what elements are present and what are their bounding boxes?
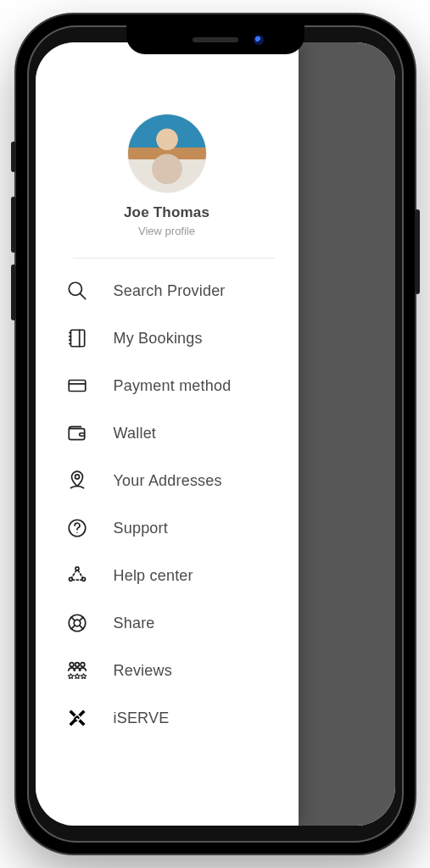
speaker-grille (193, 37, 238, 42)
user-name: Joe Thomas (124, 204, 209, 221)
menu-item-label: My Bookings (114, 330, 203, 348)
mute-switch (11, 142, 16, 172)
menu-item-iserve[interactable]: iSERVE (36, 694, 299, 742)
volume-up-button (11, 197, 16, 253)
svg-line-21 (79, 626, 82, 629)
menu-item-wallet[interactable]: Wallet (36, 409, 299, 457)
menu-item-search-provider[interactable]: Search Provider (36, 267, 299, 314)
view-profile-link[interactable]: View profile (138, 225, 195, 237)
svg-point-24 (81, 663, 85, 667)
menu-item-payment-method[interactable]: Payment method (36, 362, 299, 409)
svg-rect-2 (70, 330, 84, 347)
nodes-icon (64, 563, 90, 588)
menu-item-your-addresses[interactable]: Your Addresses (36, 457, 299, 504)
menu-item-label: Wallet (114, 425, 157, 442)
bookings-icon (64, 326, 90, 351)
people-icon (64, 658, 90, 683)
svg-line-19 (79, 617, 82, 620)
svg-rect-8 (69, 381, 86, 392)
profile-section[interactable]: Joe Thomas View profile (36, 114, 299, 237)
svg-point-23 (75, 663, 79, 667)
menu-item-label: Payment method (114, 377, 232, 395)
menu-item-help-center[interactable]: Help center (36, 552, 299, 599)
menu-item-label: Help center (114, 567, 193, 585)
volume-down-button (11, 264, 16, 320)
menu-item-label: iSERVE (114, 709, 170, 727)
question-icon (64, 515, 90, 541)
svg-point-12 (76, 532, 77, 533)
side-drawer: Joe Thomas View profile Search Provider (36, 42, 299, 826)
notch (126, 25, 304, 54)
menu-item-support[interactable]: Support (36, 504, 299, 552)
pin-icon (64, 468, 90, 493)
power-button (415, 209, 420, 294)
menu-item-my-bookings[interactable]: My Bookings (36, 314, 299, 362)
menu-item-label: Share (114, 615, 155, 632)
lifebuoy-icon (64, 610, 90, 636)
front-camera (254, 35, 264, 45)
menu-item-reviews[interactable]: Reviews (36, 647, 299, 694)
menu: Search Provider My Bookings (36, 262, 299, 742)
svg-point-22 (70, 663, 74, 667)
svg-line-20 (71, 626, 75, 629)
menu-item-label: Search Provider (114, 282, 226, 300)
svg-point-10 (75, 475, 79, 479)
search-icon (64, 278, 90, 303)
svg-line-1 (80, 293, 85, 298)
menu-item-label: Reviews (114, 662, 172, 680)
divider (73, 258, 275, 259)
menu-item-label: Support (114, 520, 168, 537)
phone-frame: Joe Thomas View profile Search Provider (16, 14, 415, 854)
avatar[interactable] (128, 114, 206, 192)
card-icon (64, 373, 90, 398)
iserve-icon (64, 705, 90, 731)
svg-line-18 (71, 617, 75, 620)
screen: Joe Thomas View profile Search Provider (36, 42, 395, 826)
menu-item-share[interactable]: Share (36, 599, 299, 647)
menu-item-label: Your Addresses (114, 472, 222, 490)
wallet-icon (64, 420, 90, 446)
